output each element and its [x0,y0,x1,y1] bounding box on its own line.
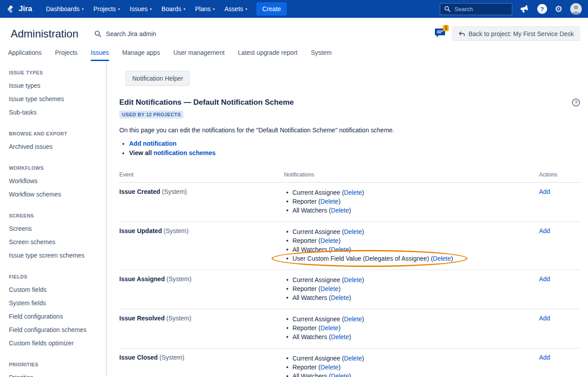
create-button[interactable]: Create [256,2,287,16]
tab-issues[interactable]: Issues [91,46,109,61]
tab-manage-apps[interactable]: Manage apps [122,46,160,61]
jira-logo[interactable]: Jira [6,4,32,14]
delete-link[interactable]: Delete [344,189,362,196]
notification-badge: 1 [443,25,449,31]
bullet-icon: • [286,284,288,293]
sidebar-section: WORKFLOWSWorkflowsWorkflow schemes [9,165,101,201]
add-notification-link[interactable]: Add [539,354,550,361]
delete-link[interactable]: Delete [320,285,338,292]
add-notification-link[interactable]: Add [539,275,550,283]
notification-item: •Reporter (Delete) [284,197,539,206]
delete-link[interactable]: Delete [331,373,349,377]
delete-link[interactable]: Delete [344,316,362,323]
sidebar-item-issue-type-screen-schemes[interactable]: Issue type screen schemes [9,249,101,262]
sidebar-item-issue-types[interactable]: Issue types [9,79,101,92]
topnav-item-boards[interactable]: Boards▾ [157,3,190,15]
bullet-icon: • [286,293,288,302]
add-notification-page-link[interactable]: Add notification [129,140,177,147]
megaphone-icon[interactable] [520,5,530,13]
event-name: Issue Created [119,188,160,195]
notification-label: All Watchers ( [292,207,331,214]
sidebar-item-system-fields[interactable]: System fields [9,296,101,310]
chevron-down-icon: ▾ [118,7,120,11]
bullet-icon: • [286,332,288,341]
sidebar: ISSUE TYPESIssue typesIssue type schemes… [0,61,107,377]
notification-label-close: ) [349,207,351,214]
delete-link[interactable]: Delete [320,324,338,332]
notification-label: Reporter ( [292,285,320,292]
notification-helper-button[interactable]: Notification Helper [126,71,190,86]
sidebar-item-field-configuration-schemes[interactable]: Field configuration schemes [9,323,101,336]
sidebar-section: BROWSE AND EXPORTArchived issues [9,131,101,153]
topbar-right-cluster: ? ⚙︎ [440,3,582,15]
tab-applications[interactable]: Applications [8,46,42,61]
event-name: Issue Resolved [119,315,165,322]
delete-link[interactable]: Delete [320,237,338,244]
tab-system[interactable]: System [311,46,332,61]
bullet-icon: • [286,363,288,372]
event-system-suffix: (System) [164,227,189,234]
delete-link[interactable]: Delete [433,255,451,262]
global-search-input[interactable] [454,5,508,13]
topnav-item-dashboards[interactable]: Dashboards▾ [41,3,89,15]
main-panel: Notification Helper Edit Notifications —… [107,61,588,377]
sidebar-item-issue-type-schemes[interactable]: Issue type schemes [9,92,101,106]
used-by-badge: USED BY 12 PROJECTS [119,111,183,119]
topnav-menu: Dashboards▾Projects▾Issues▾Boards▾Plans▾… [41,3,252,15]
sidebar-item-workflow-schemes[interactable]: Workflow schemes [9,188,101,201]
topnav-item-label: Dashboards [46,5,80,12]
sidebar-item-archived-issues[interactable]: Archived issues [9,140,101,153]
notification-label: All Watchers ( [292,294,331,301]
notification-label: All Watchers ( [292,246,331,253]
help-outline-icon[interactable]: ? [572,98,580,107]
feedback-bubble-icon[interactable]: 1 [434,28,446,40]
admin-search-icon [94,30,101,37]
delete-link[interactable]: Delete [331,246,349,253]
delete-link[interactable]: Delete [344,276,362,283]
back-to-project-button[interactable]: Back to project: My First Service Desk [452,26,580,41]
topnav-item-label: Boards [162,5,181,12]
add-notification-link[interactable]: Add [539,315,550,322]
notification-label: User Custom Field Value (Delegates of As… [292,255,433,262]
gear-icon[interactable]: ⚙︎ [555,4,563,13]
delete-link[interactable]: Delete [331,333,349,340]
sidebar-item-screen-schemes[interactable]: Screen schemes [9,235,101,249]
delete-link[interactable]: Delete [344,228,362,235]
notification-label-close: ) [362,355,364,362]
delete-link[interactable]: Delete [344,355,362,362]
sidebar-item-priorities[interactable]: Priorities [9,371,101,377]
sidebar-item-custom-fields-optimizer[interactable]: Custom fields optimizer [9,336,101,350]
sidebar-item-screens[interactable]: Screens [9,222,101,235]
topnav-item-plans[interactable]: Plans▾ [190,3,219,15]
table-row: Issue Closed (System)•Current Assignee (… [119,348,580,377]
tab-user-management[interactable]: User management [173,46,224,61]
notification-item: •Current Assignee (Delete) [284,315,539,324]
add-notification-link[interactable]: Add [539,188,550,195]
topnav-item-projects[interactable]: Projects▾ [89,3,125,15]
sidebar-section-title: SCREENS [9,213,101,218]
help-icon[interactable]: ? [537,4,547,14]
delete-link[interactable]: Delete [320,198,338,205]
intro-text: On this page you can edit the notificati… [119,127,580,134]
add-notification-link[interactable]: Add [539,227,550,234]
delete-link[interactable]: Delete [331,294,349,301]
admin-search-input[interactable] [105,30,181,38]
delete-link[interactable]: Delete [320,364,338,371]
table-row: Issue Assigned (System)•Current Assignee… [119,270,580,309]
tab-projects[interactable]: Projects [55,46,78,61]
sidebar-item-field-configurations[interactable]: Field configurations [9,310,101,323]
sidebar-item-workflows[interactable]: Workflows [9,174,101,188]
sidebar-item-custom-fields[interactable]: Custom fields [9,283,101,296]
delete-link[interactable]: Delete [331,207,349,214]
sidebar-item-sub-tasks[interactable]: Sub-tasks [9,106,101,119]
tab-latest-upgrade-report[interactable]: Latest upgrade report [238,46,298,61]
topnav-item-issues[interactable]: Issues▾ [125,3,156,15]
notification-item: •Reporter (Delete) [284,236,539,245]
admin-search[interactable] [94,30,181,38]
topnav-item-assets[interactable]: Assets▾ [219,3,252,15]
sidebar-section: SCREENSScreensScreen schemesIssue type s… [9,213,101,262]
notification-schemes-link[interactable]: notification schemes [154,149,215,156]
sidebar-section-title: FIELDS [9,274,101,279]
global-search[interactable] [440,3,512,15]
user-avatar[interactable] [570,3,582,15]
